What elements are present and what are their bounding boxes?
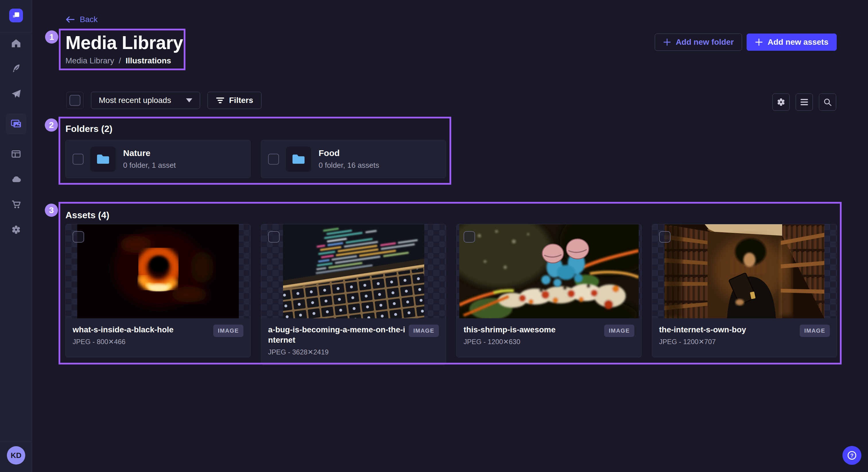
cog-icon xyxy=(776,98,786,107)
header-actions: Add new folder Add new assets xyxy=(655,34,837,51)
assets-section: Assets (4) xyxy=(65,209,837,365)
strapi-logo[interactable] xyxy=(9,9,23,22)
asset-card-black-hole[interactable]: what-s-inside-a-black-hole JPEG - 800✕46… xyxy=(65,224,251,357)
assets-heading: Assets (4) xyxy=(65,209,837,221)
assets-row: what-s-inside-a-black-hole JPEG - 800✕46… xyxy=(65,224,837,365)
filter-icon xyxy=(216,97,224,104)
help-question-icon: ? xyxy=(847,450,857,460)
asset-footer: this-shrimp-is-awesome JPEG - 1200✕630 I… xyxy=(457,318,641,357)
asset-checkbox[interactable] xyxy=(464,231,475,243)
folder-text: Nature 0 folder, 1 asset xyxy=(123,148,176,170)
asset-preview xyxy=(261,224,446,318)
images-icon xyxy=(10,119,22,129)
select-all-checkbox[interactable] xyxy=(69,95,81,106)
folder-checkbox[interactable] xyxy=(73,154,84,165)
asset-name: a-bug-is-becoming-a-meme-on-the-internet xyxy=(268,325,405,345)
sidebar-item-marketplace[interactable] xyxy=(6,148,26,160)
toolbar: Most recent uploads Filters xyxy=(66,92,261,109)
asset-checkbox[interactable] xyxy=(659,231,671,243)
plus-icon xyxy=(755,38,763,46)
sidebar: KD xyxy=(0,0,32,472)
user-avatar[interactable]: KD xyxy=(7,446,25,465)
annotation-badge-3: 3 xyxy=(45,204,58,217)
folders-heading: Folders (2) xyxy=(65,123,446,134)
asset-texts: this-shrimp-is-awesome JPEG - 1200✕630 xyxy=(464,325,601,346)
sidebar-item-media-library[interactable] xyxy=(6,113,26,134)
svg-text:?: ? xyxy=(850,453,854,459)
filters-label: Filters xyxy=(229,96,253,105)
asset-footer: a-bug-is-becoming-a-meme-on-the-internet… xyxy=(261,318,446,365)
sidebar-item-settings[interactable] xyxy=(6,224,26,235)
plus-icon xyxy=(663,38,671,46)
sidebar-item-content[interactable] xyxy=(6,63,26,74)
sidebar-divider-bottom xyxy=(0,442,32,442)
cloud-icon xyxy=(11,174,22,184)
user-initials: KD xyxy=(11,451,22,460)
sidebar-item-purchase[interactable] xyxy=(6,199,26,210)
search-button[interactable] xyxy=(819,94,836,111)
gear-icon xyxy=(11,225,21,235)
settings-button[interactable] xyxy=(772,94,789,111)
asset-card-library-portrait[interactable]: the-internet-s-own-boy JPEG - 1200✕707 I… xyxy=(652,224,837,357)
back-link[interactable]: Back xyxy=(65,15,98,24)
asset-type-badge: IMAGE xyxy=(213,325,243,337)
page-title: Media Library xyxy=(65,33,183,52)
annotation-badge-1: 1 xyxy=(45,30,58,43)
asset-type-badge: IMAGE xyxy=(800,325,830,337)
library-portrait-photo xyxy=(664,224,825,318)
list-view-button[interactable] xyxy=(796,94,813,111)
asset-name: this-shrimp-is-awesome xyxy=(464,325,601,335)
view-controls xyxy=(772,94,836,111)
laptop-code-photo xyxy=(283,224,424,318)
asset-type-badge: IMAGE xyxy=(604,325,634,337)
folder-name: Food xyxy=(319,148,379,158)
help-button[interactable]: ? xyxy=(842,446,861,465)
asset-texts: what-s-inside-a-black-hole JPEG - 800✕46… xyxy=(73,325,210,346)
breadcrumb-separator: / xyxy=(119,56,121,65)
folder-meta: 0 folder, 1 asset xyxy=(123,161,176,170)
filters-button[interactable]: Filters xyxy=(208,92,261,109)
add-new-assets-button[interactable]: Add new assets xyxy=(747,34,837,51)
chevron-down-icon xyxy=(186,98,192,102)
asset-texts: the-internet-s-own-boy JPEG - 1200✕707 xyxy=(659,325,796,346)
sidebar-item-cloud[interactable] xyxy=(6,174,26,185)
breadcrumb: Media Library / Illustrations xyxy=(65,56,183,65)
folder-tile xyxy=(90,146,116,172)
breadcrumb-current: Illustrations xyxy=(125,56,171,65)
breadcrumb-root[interactable]: Media Library xyxy=(65,56,114,65)
asset-checkbox[interactable] xyxy=(268,231,280,243)
folder-card-nature[interactable]: Nature 0 folder, 1 asset xyxy=(65,140,251,178)
asset-checkbox[interactable] xyxy=(73,231,84,243)
asset-card-shrimp[interactable]: this-shrimp-is-awesome JPEG - 1200✕630 I… xyxy=(456,224,642,357)
asset-meta: JPEG - 1200✕707 xyxy=(659,338,796,346)
sidebar-item-deploy[interactable] xyxy=(6,88,26,99)
asset-preview xyxy=(457,224,641,318)
folder-card-food[interactable]: Food 0 folder, 16 assets xyxy=(261,140,446,178)
asset-type-badge: IMAGE xyxy=(409,325,439,337)
paper-plane-icon xyxy=(11,89,21,99)
asset-name: the-internet-s-own-boy xyxy=(659,325,796,335)
title-block: Media Library Media Library / Illustrati… xyxy=(65,33,183,65)
folders-section: Folders (2) Nature 0 folder, 1 asset Fo xyxy=(65,123,446,178)
folder-checkbox[interactable] xyxy=(268,154,279,165)
asset-preview xyxy=(66,224,250,318)
black-hole-photo xyxy=(77,224,239,318)
media-library-page: KD Back Media Library Media Library / Il… xyxy=(0,0,868,472)
asset-meta: JPEG - 1200✕630 xyxy=(464,338,601,346)
add-new-folder-button[interactable]: Add new folder xyxy=(655,34,742,51)
asset-meta: JPEG - 3628✕2419 xyxy=(268,348,405,356)
folder-icon xyxy=(96,154,110,165)
list-icon xyxy=(800,98,809,106)
asset-meta: JPEG - 800✕466 xyxy=(73,338,210,346)
cart-icon xyxy=(11,199,21,210)
home-icon xyxy=(11,38,21,48)
folders-row: Nature 0 folder, 1 asset Food 0 folder, … xyxy=(65,140,446,178)
sort-dropdown[interactable]: Most recent uploads xyxy=(91,92,200,109)
strapi-logo-icon xyxy=(12,11,20,20)
feather-icon xyxy=(11,63,21,74)
layout-icon xyxy=(11,149,21,159)
asset-footer: what-s-inside-a-black-hole JPEG - 800✕46… xyxy=(66,318,250,357)
asset-card-laptop-code[interactable]: a-bug-is-becoming-a-meme-on-the-internet… xyxy=(261,224,446,365)
add-new-assets-label: Add new assets xyxy=(768,38,828,47)
sidebar-item-home[interactable] xyxy=(6,38,26,49)
